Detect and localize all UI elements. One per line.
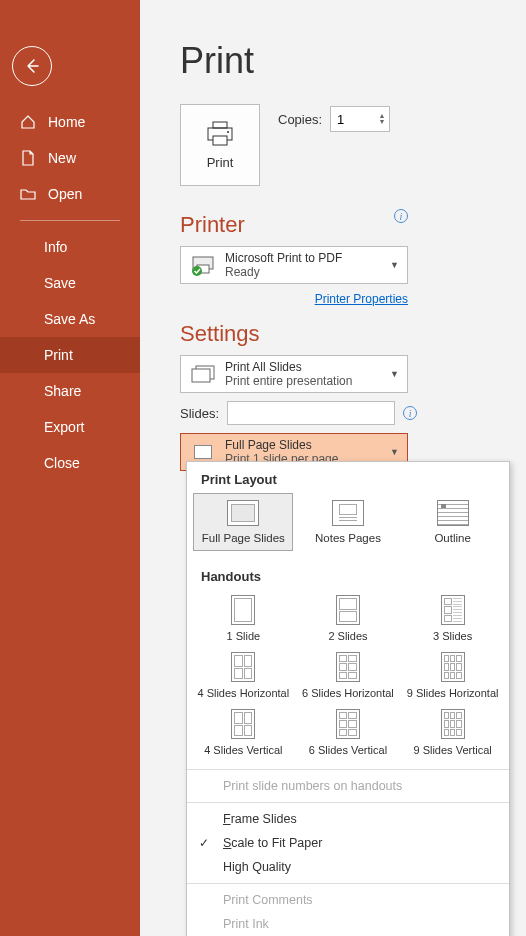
sidebar-item-open[interactable]: Open <box>0 176 140 212</box>
sidebar-item-print[interactable]: Print <box>0 337 140 373</box>
print-button-label: Print <box>207 155 234 170</box>
print-range-dropdown[interactable]: Print All Slides Print entire presentati… <box>180 355 408 393</box>
open-icon <box>20 186 36 202</box>
sidebar-item-saveas[interactable]: Save As <box>0 301 140 337</box>
handouts-header: Handouts <box>187 559 509 590</box>
home-icon <box>20 114 36 130</box>
handout-9-vertical[interactable]: 9 Slides Vertical <box>400 704 505 761</box>
sidebar-item-new[interactable]: New <box>0 140 140 176</box>
printer-status: Ready <box>225 265 382 279</box>
back-arrow-icon <box>23 57 41 75</box>
handout-6h-icon <box>336 652 360 682</box>
menu-separator <box>187 769 509 770</box>
printer-info-icon[interactable]: i <box>394 209 408 223</box>
copies-label: Copies: <box>278 112 322 127</box>
handout-2-icon <box>336 595 360 625</box>
handout-6-vertical[interactable]: 6 Slides Vertical <box>296 704 401 761</box>
slides-stack-icon <box>190 364 216 384</box>
outline-thumb-icon <box>437 500 469 526</box>
full-page-thumb-icon <box>227 500 259 526</box>
menu-separator <box>187 883 509 884</box>
handout-6v-icon <box>336 709 360 739</box>
sidebar-label-home: Home <box>48 114 85 130</box>
new-icon <box>20 150 36 166</box>
slides-label: Slides: <box>180 406 219 421</box>
dropdown-caret-icon: ▼ <box>390 369 399 379</box>
handout-1-slide[interactable]: 1 Slide <box>191 590 296 647</box>
svg-rect-8 <box>192 369 210 382</box>
sidebar-item-close[interactable]: Close <box>0 445 140 481</box>
layout-outline[interactable]: Outline <box>403 493 503 551</box>
slide-icon <box>194 445 212 459</box>
print-range-title: Print All Slides <box>225 360 382 374</box>
slides-input[interactable] <box>227 401 395 425</box>
copies-spinner[interactable]: ▲▼ <box>376 107 388 131</box>
option-high-quality[interactable]: High Quality <box>187 855 509 879</box>
sidebar-divider <box>20 220 120 221</box>
back-button[interactable] <box>12 46 52 86</box>
settings-section-title: Settings <box>180 321 526 347</box>
handout-1-icon <box>231 595 255 625</box>
dropdown-caret-icon: ▼ <box>390 447 399 457</box>
backstage-sidebar: Home New Open Info Save Save As Print Sh… <box>0 0 140 936</box>
layout-full-page-slides[interactable]: Full Page Slides <box>193 493 293 551</box>
sidebar-item-info[interactable]: Info <box>0 229 140 265</box>
printer-section-title: Printer <box>180 212 245 238</box>
option-print-ink: Print Ink <box>187 912 509 936</box>
handout-9-horizontal[interactable]: 9 Slides Horizontal <box>400 647 505 704</box>
svg-point-3 <box>227 131 229 133</box>
handout-4h-icon <box>231 652 255 682</box>
printer-status-icon <box>190 254 216 276</box>
layout-notes-pages[interactable]: Notes Pages <box>298 493 398 551</box>
layout-dropdown-popup: Print Layout Full Page Slides Notes Page… <box>186 461 510 936</box>
page-title: Print <box>180 40 526 82</box>
sidebar-item-share[interactable]: Share <box>0 373 140 409</box>
menu-separator <box>187 802 509 803</box>
printer-name: Microsoft Print to PDF <box>225 251 382 265</box>
sidebar-item-save[interactable]: Save <box>0 265 140 301</box>
handout-2-slides[interactable]: 2 Slides <box>296 590 401 647</box>
sidebar-label-open: Open <box>48 186 82 202</box>
handout-9h-icon <box>441 652 465 682</box>
handout-3-icon <box>441 595 465 625</box>
dropdown-caret-icon: ▼ <box>390 260 399 270</box>
print-layout-header: Print Layout <box>187 462 509 493</box>
svg-point-6 <box>192 266 202 276</box>
handout-4-horizontal[interactable]: 4 Slides Horizontal <box>191 647 296 704</box>
printer-dropdown[interactable]: Microsoft Print to PDF Ready ▼ <box>180 246 408 284</box>
check-icon: ✓ <box>199 836 209 850</box>
print-range-sub: Print entire presentation <box>225 374 382 388</box>
option-frame-slides[interactable]: Frame Slides <box>187 807 509 831</box>
option-print-comments: Print Comments <box>187 888 509 912</box>
handout-4-vertical[interactable]: 4 Slides Vertical <box>191 704 296 761</box>
sidebar-item-export[interactable]: Export <box>0 409 140 445</box>
option-slide-numbers: Print slide numbers on handouts <box>187 774 509 798</box>
slides-info-icon[interactable]: i <box>403 406 417 420</box>
notes-thumb-icon <box>332 500 364 526</box>
handout-4v-icon <box>231 709 255 739</box>
handout-3-slides[interactable]: 3 Slides <box>400 590 505 647</box>
svg-rect-0 <box>213 122 227 128</box>
print-button[interactable]: Print <box>180 104 260 186</box>
sidebar-item-home[interactable]: Home <box>0 104 140 140</box>
handout-9v-icon <box>441 709 465 739</box>
printer-properties-link[interactable]: Printer Properties <box>315 292 408 306</box>
layout-title: Full Page Slides <box>225 438 382 452</box>
svg-rect-2 <box>213 136 227 145</box>
printer-icon <box>205 121 235 147</box>
option-scale-to-fit[interactable]: ✓Scale to Fit Paper <box>187 831 509 855</box>
handout-6-horizontal[interactable]: 6 Slides Horizontal <box>296 647 401 704</box>
sidebar-label-new: New <box>48 150 76 166</box>
